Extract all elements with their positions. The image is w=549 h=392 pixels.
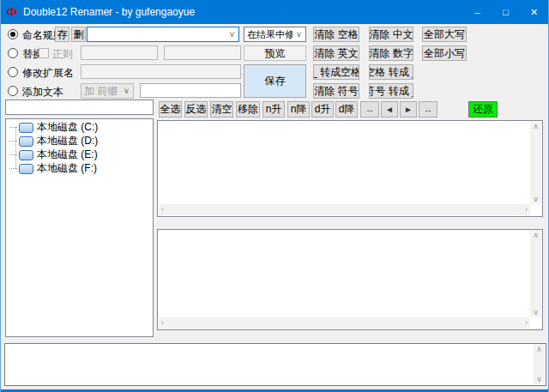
drive-icon	[19, 123, 33, 133]
store-rule-button[interactable]: 存	[55, 27, 69, 42]
radio-change-extension-label[interactable]: 修改扩展名	[22, 67, 74, 79]
result-mode-select[interactable]: 在结果中修改 ˅	[244, 27, 306, 42]
radio-add-text[interactable]	[8, 86, 18, 96]
drive-label: 本地磁盘 (E:)	[37, 148, 98, 162]
save-button[interactable]: 保存	[244, 64, 306, 98]
add-text-position-select: 加 前缀 ˅	[81, 83, 134, 99]
sort-date-desc-button[interactable]: d降	[335, 101, 358, 118]
add-text-position-value: 加 前缀	[81, 84, 120, 99]
lowercase-all-button[interactable]: 全部小写	[422, 45, 467, 61]
clear-symbols-button[interactable]: 清除 符号	[313, 83, 359, 99]
window-title: Double12 Renamer - by gufengaoyue	[23, 6, 463, 18]
vertical-scrollbar[interactable]: ∧ ∨	[534, 345, 545, 384]
result-mode-value: 在结果中修改	[244, 28, 293, 41]
log-panel[interactable]: ∧ ∨	[4, 343, 546, 386]
clear-list-button[interactable]: 清空	[210, 101, 233, 118]
arrow-left-icon: ◄	[385, 105, 394, 114]
minimize-button[interactable]: –	[463, 0, 492, 24]
move-left-button[interactable]: ◄	[381, 101, 398, 118]
select-all-button[interactable]: 全选	[159, 101, 182, 118]
app-icon: Φ	[1, 0, 23, 24]
tree-connector	[9, 127, 17, 128]
radio-change-extension[interactable]	[8, 67, 18, 77]
restore-button[interactable]: 还原	[468, 101, 498, 118]
vertical-scrollbar[interactable]: ∧ ∨	[530, 122, 541, 204]
minimize-icon: –	[474, 7, 480, 17]
sort-name-desc-button[interactable]: n降	[287, 101, 310, 118]
drive-label: 本地磁盘 (D:)	[37, 134, 98, 148]
replace-with-input[interactable]	[164, 45, 241, 60]
drive-icon	[19, 164, 33, 174]
drive-label: 本地磁盘 (F:)	[37, 161, 97, 176]
delete-rule-button[interactable]: 删	[71, 27, 86, 42]
regex-checkbox	[39, 48, 49, 58]
left-right-arrow-icon: ↔	[424, 105, 432, 114]
tree-item-drive-d[interactable]: 本地磁盘 (D:)	[9, 135, 98, 148]
left-right-arrow-icon: ↔	[365, 105, 374, 114]
scroll-down-icon[interactable]: ∨	[533, 308, 539, 317]
space-to-underscore-button[interactable]: 空格 转成 _	[369, 64, 413, 80]
symbols-to-underscore-button[interactable]: 符号 转成 _	[369, 83, 413, 99]
app-window: Φ Double12 Renamer - by gufengaoyue – □ …	[0, 0, 549, 392]
scroll-left-icon[interactable]: ‹	[161, 318, 164, 328]
horizontal-scrollbar[interactable]: ‹ ›	[159, 317, 530, 329]
rename-pattern-input[interactable]	[87, 28, 226, 40]
file-list-original[interactable]: ∧ ∨ ‹ ›	[157, 120, 543, 217]
tree-connector	[9, 141, 17, 142]
radio-replace[interactable]	[8, 48, 18, 58]
clear-english-button[interactable]: 清除 英文	[313, 45, 359, 61]
scroll-left-icon[interactable]: ‹	[161, 205, 164, 214]
chevron-down-icon: ˅	[120, 87, 133, 96]
remove-item-button[interactable]: 移除	[236, 101, 260, 118]
chevron-down-icon: ˅	[293, 30, 305, 39]
scroll-down-icon[interactable]: ∨	[533, 195, 539, 204]
preview-button[interactable]: 预览	[244, 45, 306, 61]
regex-checkbox-label: 正则	[52, 48, 73, 60]
move-to-last-button[interactable]: ↔	[419, 101, 437, 118]
scroll-right-icon[interactable]: ›	[525, 318, 528, 328]
arrow-right-icon: ►	[404, 105, 413, 114]
path-input[interactable]	[5, 100, 154, 115]
scroll-down-icon[interactable]: ∨	[536, 375, 542, 384]
tree-connector	[9, 154, 17, 155]
scroll-right-icon[interactable]: ›	[525, 205, 528, 214]
drive-label: 本地磁盘 (C:)	[37, 120, 98, 135]
clear-chinese-button[interactable]: 清除 中文	[369, 27, 413, 42]
drive-icon	[19, 136, 33, 147]
close-icon: ✕	[530, 7, 538, 18]
maximize-button[interactable]: □	[492, 0, 520, 24]
chevron-down-icon[interactable]: ˅	[226, 30, 238, 39]
maximize-icon: □	[503, 7, 509, 17]
file-list-preview[interactable]: ∧ ∨ ‹ ›	[157, 229, 543, 330]
scroll-up-icon[interactable]: ∧	[533, 231, 539, 240]
title-bar[interactable]: Φ Double12 Renamer - by gufengaoyue – □ …	[1, 0, 548, 24]
radio-rename-rule[interactable]	[8, 29, 18, 39]
sort-date-asc-button[interactable]: d升	[311, 101, 334, 118]
drive-icon	[19, 150, 33, 160]
underscore-to-space-button[interactable]: _ 转成空格	[313, 64, 359, 80]
caption-controls: – □ ✕	[463, 0, 548, 24]
tree-item-drive-f[interactable]: 本地磁盘 (F:)	[9, 162, 97, 175]
add-text-input[interactable]	[140, 83, 241, 98]
scroll-up-icon[interactable]: ∧	[533, 122, 539, 131]
move-right-button[interactable]: ►	[400, 101, 417, 118]
invert-selection-button[interactable]: 反选	[184, 101, 208, 118]
scroll-up-icon[interactable]: ∧	[536, 345, 542, 354]
replace-find-input[interactable]	[81, 45, 158, 60]
tree-item-drive-c[interactable]: 本地磁盘 (C:)	[9, 121, 98, 134]
tree-item-drive-e[interactable]: 本地磁盘 (E:)	[9, 148, 98, 161]
tree-connector	[9, 168, 17, 169]
close-button[interactable]: ✕	[520, 0, 548, 24]
clear-digits-button[interactable]: 清除 数字	[369, 45, 413, 61]
sort-name-asc-button[interactable]: n升	[262, 101, 285, 118]
radio-add-text-label[interactable]: 添加文本	[22, 86, 63, 98]
clear-spaces-button[interactable]: 清除 空格	[313, 27, 359, 42]
rename-pattern-combobox[interactable]: ˅	[87, 27, 239, 42]
horizontal-scrollbar[interactable]: ‹ ›	[159, 204, 530, 215]
uppercase-all-button[interactable]: 全部大写	[422, 27, 467, 42]
vertical-scrollbar[interactable]: ∧ ∨	[530, 231, 541, 317]
move-to-first-button[interactable]: ↔	[360, 101, 379, 118]
drive-tree[interactable]: 本地磁盘 (C:) 本地磁盘 (D:) 本地磁盘 (E:) 本地磁盘 (F:)	[5, 118, 154, 337]
extension-input[interactable]	[81, 64, 241, 79]
